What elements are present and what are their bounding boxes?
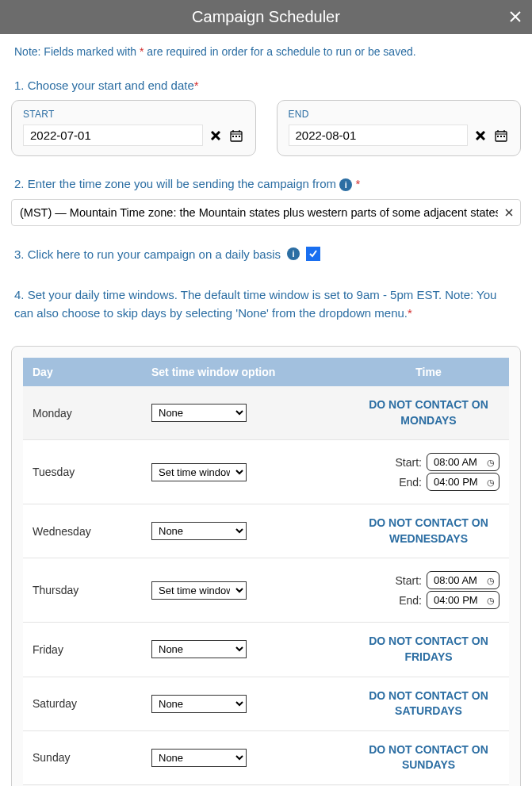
time-cell: Start:◷End:◷ (348, 440, 509, 504)
section-2-title: 2. Enter the time zone you will be sendi… (0, 156, 532, 199)
time-cell: Start:◷End:◷ (348, 558, 509, 623)
svg-rect-5 (235, 136, 237, 137)
svg-rect-6 (239, 136, 240, 137)
time-window-select[interactable]: NoneSet time windows: (151, 695, 247, 713)
end-label: END (289, 109, 510, 120)
svg-rect-11 (497, 136, 499, 137)
time-window-select[interactable]: NoneSet time windows: (151, 581, 247, 600)
table-row: SundayNoneSet time windows:DO NOT CONTAC… (23, 730, 509, 784)
end-date-box: END (277, 100, 522, 156)
clear-start-icon[interactable] (208, 128, 224, 144)
time-window-select[interactable]: NoneSet time windows: (151, 749, 247, 767)
start-label: START (23, 109, 244, 120)
schedule-table: Day Set time window option Time MondayNo… (23, 358, 509, 785)
do-not-contact-text: DO NOT CONTACT ON SUNDAYS (348, 730, 509, 784)
clear-timezone-icon[interactable] (505, 205, 513, 220)
time-window-select[interactable]: NoneSet time windows: (151, 522, 247, 540)
table-row: WednesdayNoneSet time windows:DO NOT CON… (23, 504, 509, 558)
close-icon[interactable] (510, 8, 521, 26)
info-icon[interactable]: i (287, 247, 300, 260)
do-not-contact-text: DO NOT CONTACT ON WEDNESDAYS (348, 504, 509, 558)
required-note: Note: Fields marked with * are required … (0, 34, 532, 58)
table-row: SaturdayNoneSet time windows:DO NOT CONT… (23, 677, 509, 730)
time-window-select[interactable]: NoneSet time windows: (151, 404, 247, 422)
th-option: Set time window option (142, 358, 348, 386)
day-cell: Monday (23, 386, 142, 440)
time-window-select[interactable]: NoneSet time windows: (151, 463, 247, 481)
calendar-icon[interactable] (493, 128, 509, 144)
calendar-icon[interactable] (228, 128, 244, 144)
day-cell: Tuesday (23, 440, 142, 504)
end-label: End: (399, 476, 422, 489)
option-cell: NoneSet time windows: (142, 730, 348, 784)
start-time-input[interactable] (427, 571, 499, 589)
do-not-contact-text: DO NOT CONTACT ON SATURDAYS (348, 677, 509, 730)
table-row: MondayNoneSet time windows:DO NOT CONTAC… (23, 386, 509, 440)
option-cell: NoneSet time windows: (142, 623, 348, 677)
table-row: ThursdayNoneSet time windows:Start:◷End:… (23, 558, 509, 623)
option-cell: NoneSet time windows: (142, 677, 348, 730)
note-prefix: Note: Fields marked with (14, 45, 140, 58)
table-row: TuesdayNoneSet time windows:Start:◷End:◷ (23, 440, 509, 504)
required-star: * (408, 306, 412, 320)
timezone-input[interactable] (11, 199, 521, 226)
clear-end-icon[interactable] (473, 128, 488, 144)
day-cell: Friday (23, 623, 142, 677)
start-label: Start: (396, 456, 422, 469)
required-star: * (194, 79, 199, 92)
note-suffix: are required in order for a schedule to … (144, 45, 415, 58)
info-icon[interactable]: i (339, 178, 352, 191)
section-3-title: 3. Click here to run your campaign on a … (14, 247, 281, 261)
table-row: FridayNoneSet time windows:DO NOT CONTAC… (23, 623, 509, 677)
day-cell: Thursday (23, 558, 142, 623)
svg-rect-12 (500, 136, 502, 137)
schedule-panel: Day Set time window option Time MondayNo… (11, 346, 521, 786)
daily-checkbox[interactable] (306, 247, 320, 261)
section-1-title: 1. Choose your start and end date* (0, 58, 532, 100)
option-cell: NoneSet time windows: (142, 386, 348, 440)
option-cell: NoneSet time windows: (142, 504, 348, 558)
start-date-input[interactable] (23, 125, 203, 146)
section-4-title: 4. Set your daily time windows. The defa… (0, 261, 532, 330)
section-3-row: 3. Click here to run your campaign on a … (0, 226, 532, 261)
day-cell: Saturday (23, 677, 142, 730)
end-label: End: (399, 594, 422, 607)
start-date-box: START (11, 100, 256, 156)
day-cell: Wednesday (23, 504, 142, 558)
th-time: Time (348, 358, 509, 386)
time-window-select[interactable]: NoneSet time windows: (151, 640, 247, 658)
required-star: * (355, 177, 360, 190)
th-day: Day (23, 358, 142, 386)
svg-rect-13 (503, 136, 505, 137)
end-time-input[interactable] (427, 591, 499, 609)
start-label: Start: (396, 574, 422, 587)
end-date-input[interactable] (289, 125, 469, 146)
day-cell: Sunday (23, 730, 142, 784)
modal-header: Campaign Scheduler (0, 0, 532, 34)
option-cell: NoneSet time windows: (142, 558, 348, 623)
end-time-input[interactable] (427, 473, 499, 491)
do-not-contact-text: DO NOT CONTACT ON FRIDAYS (348, 623, 509, 677)
option-cell: NoneSet time windows: (142, 440, 348, 504)
do-not-contact-text: DO NOT CONTACT ON MONDAYS (348, 386, 509, 440)
start-time-input[interactable] (427, 453, 499, 471)
modal-title: Campaign Scheduler (192, 8, 340, 26)
svg-rect-4 (232, 136, 234, 137)
